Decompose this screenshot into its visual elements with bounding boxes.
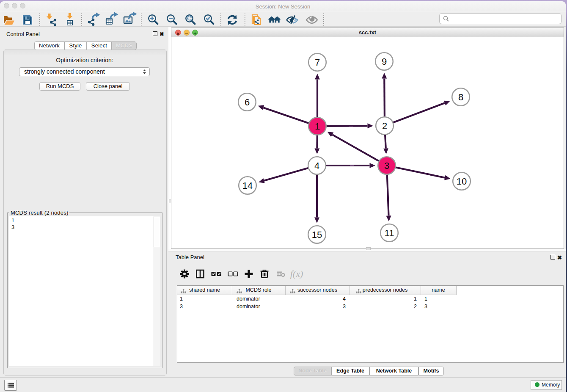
svg-text:10: 10	[457, 176, 467, 187]
svg-text:f(x): f(x)	[290, 268, 303, 279]
svg-text:11: 11	[385, 228, 394, 238]
svg-text:8: 8	[458, 92, 463, 102]
svg-text:1: 1	[315, 121, 320, 132]
svg-text:15: 15	[312, 229, 322, 240]
svg-text:3: 3	[384, 160, 389, 171]
svg-text:14: 14	[242, 180, 253, 191]
svg-text:7: 7	[315, 57, 320, 68]
svg-text:9: 9	[382, 56, 387, 67]
svg-text:2: 2	[382, 121, 387, 131]
svg-text:6: 6	[245, 97, 250, 108]
svg-text:4: 4	[314, 160, 319, 171]
